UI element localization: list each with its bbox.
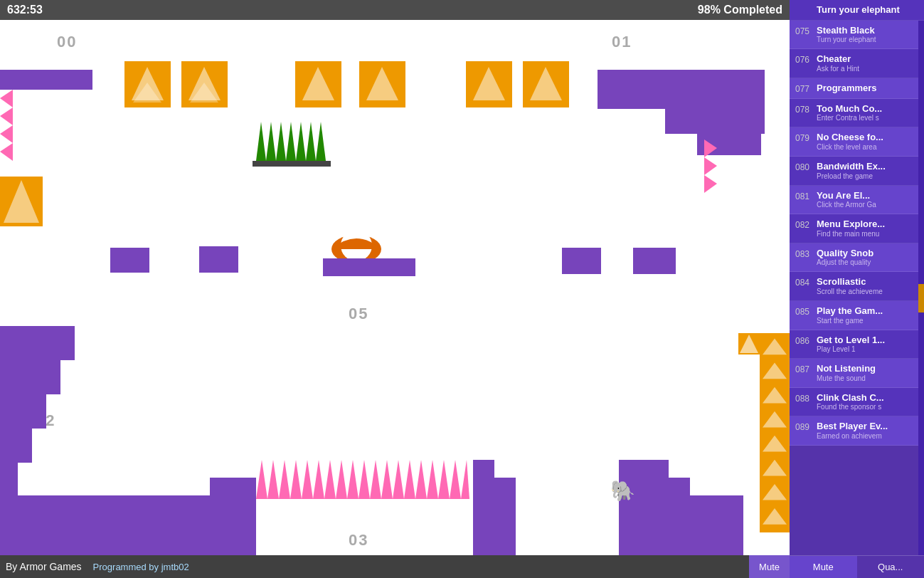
purple-block bbox=[665, 109, 765, 134]
panel-quality-label[interactable]: Qua... bbox=[857, 556, 925, 578]
svg-rect-13 bbox=[253, 161, 331, 167]
achievement-content: ScrolliasticScroll the achieveme bbox=[817, 276, 918, 296]
orange-tile bbox=[466, 61, 512, 107]
achievement-item[interactable]: 077Programmers bbox=[790, 78, 924, 99]
side-panel: Turn your elephant 075Stealth BlackTurn … bbox=[790, 0, 924, 578]
svg-marker-42 bbox=[427, 460, 438, 499]
achievement-desc: Start the game bbox=[817, 317, 918, 325]
achievement-item[interactable]: 084ScrolliasticScroll the achieveme bbox=[790, 272, 924, 301]
achievement-desc: Click the Armor Ga bbox=[817, 201, 918, 209]
achievement-item[interactable]: 087Not ListeningMute the sound bbox=[790, 359, 924, 388]
achievement-content: Menu Explore...Find the main menu bbox=[817, 219, 918, 238]
elephant: 🐘 bbox=[610, 479, 635, 503]
svg-marker-32 bbox=[313, 460, 324, 499]
achievement-title: Too Much Co... bbox=[817, 103, 918, 115]
game-canvas[interactable]: 00 01 02 03 04 05 bbox=[0, 20, 790, 555]
achievement-desc: Mute the sound bbox=[817, 374, 918, 383]
achievement-title: Turn your elephant bbox=[817, 4, 918, 16]
svg-marker-23 bbox=[704, 175, 717, 193]
achievement-item[interactable]: 089Best Player Ev...Earned on achievem bbox=[790, 416, 924, 446]
purple-block bbox=[0, 70, 92, 90]
panel-mute-label[interactable]: Mute bbox=[790, 556, 857, 578]
purple-platform-center bbox=[323, 258, 415, 276]
purple-bottom-mid1 bbox=[473, 460, 494, 555]
achievement-content: Clink Clash C...Found the sponsor s bbox=[817, 392, 918, 412]
achievement-num: 083 bbox=[795, 248, 817, 259]
achievement-item[interactable]: 086Get to Level 1...Play Level 1 bbox=[790, 330, 924, 359]
svg-marker-18 bbox=[296, 122, 306, 161]
achievement-item[interactable]: 079No Cheese fo...Click the level area bbox=[790, 127, 924, 157]
purple-bottom-r3 bbox=[662, 478, 690, 555]
achievement-num: 086 bbox=[795, 335, 817, 346]
achievement-desc: Ask for a Hint bbox=[817, 65, 918, 73]
purple-stair-l4 bbox=[0, 429, 32, 463]
achievement-item[interactable]: 080Bandwidth Ex...Preload the game bbox=[790, 157, 924, 186]
achievement-desc: Click the level area bbox=[817, 143, 918, 152]
achievement-num: 078 bbox=[795, 103, 817, 115]
svg-marker-11 bbox=[0, 125, 13, 143]
achievement-title: Scrolliastic bbox=[817, 276, 918, 288]
svg-marker-37 bbox=[370, 460, 381, 499]
svg-marker-28 bbox=[267, 460, 279, 499]
achievement-content: No Cheese fo...Click the level area bbox=[817, 132, 918, 152]
achievement-title: Best Player Ev... bbox=[817, 421, 918, 432]
svg-marker-55 bbox=[740, 335, 758, 353]
svg-marker-39 bbox=[393, 460, 404, 499]
achievement-desc: Earned on achievem bbox=[817, 432, 918, 441]
achievement-num: 076 bbox=[795, 53, 817, 65]
orange-tile bbox=[359, 61, 405, 107]
achievement-item[interactable]: 075Stealth BlackTurn your elephant bbox=[790, 21, 924, 50]
purple-block-float3 bbox=[562, 248, 601, 274]
achievement-num: 077 bbox=[795, 83, 817, 94]
achievements-list[interactable]: 075Stealth BlackTurn your elephant076Che… bbox=[790, 21, 924, 555]
purple-block bbox=[598, 70, 765, 109]
svg-marker-5 bbox=[366, 67, 398, 100]
achievement-title: Bandwidth Ex... bbox=[817, 161, 918, 172]
completion-label: 98% Completed bbox=[698, 4, 782, 16]
achievement-content: Turn your elephant bbox=[817, 4, 918, 16]
achievement-content: Stealth BlackTurn your elephant bbox=[817, 25, 918, 45]
achievement-item-top: Turn your elephant bbox=[790, 0, 924, 21]
achievement-desc: Turn your elephant bbox=[817, 36, 918, 44]
achievement-item[interactable]: 081You Are El...Click the Armor Ga bbox=[790, 186, 924, 215]
svg-marker-21 bbox=[704, 140, 717, 157]
achievement-item[interactable]: 088Clink Clash C...Found the sponsor s bbox=[790, 388, 924, 417]
purple-bottom-l3 bbox=[210, 478, 256, 515]
svg-marker-43 bbox=[438, 460, 450, 499]
achievement-title: Not Listening bbox=[817, 363, 918, 374]
achievement-content: Programmers bbox=[817, 83, 918, 94]
achievement-num: 081 bbox=[795, 190, 817, 201]
panel-bottom-bar: Mute Qua... bbox=[790, 555, 924, 578]
svg-marker-45 bbox=[461, 460, 469, 499]
achievement-item[interactable]: 076CheaterAsk for a Hint bbox=[790, 49, 924, 78]
achievement-title: Get to Level 1... bbox=[817, 335, 918, 346]
purple-block-float1 bbox=[110, 248, 149, 273]
achievement-desc: Find the main menu bbox=[817, 230, 918, 238]
svg-marker-9 bbox=[0, 90, 13, 107]
timer: 632:53 bbox=[7, 4, 43, 16]
purple-bottom-r4 bbox=[690, 495, 743, 555]
achievement-title: Menu Explore... bbox=[817, 219, 918, 230]
achievement-desc: Scroll the achieveme bbox=[817, 288, 918, 296]
achievement-desc: Enter Contra level s bbox=[817, 114, 918, 122]
achievement-content: CheaterAsk for a Hint bbox=[817, 53, 918, 73]
achievement-title: Quality Snob bbox=[817, 248, 918, 259]
svg-marker-29 bbox=[279, 460, 290, 499]
achievement-item[interactable]: 083Quality SnobAdjust the quality bbox=[790, 243, 924, 273]
svg-marker-15 bbox=[266, 122, 276, 161]
scrollbar-track[interactable] bbox=[918, 21, 924, 555]
achievement-item[interactable]: 078Too Much Co...Enter Contra level s bbox=[790, 99, 924, 128]
achievement-item[interactable]: 085Play the Gam...Start the game bbox=[790, 301, 924, 330]
purple-stair-l1 bbox=[0, 326, 75, 360]
svg-marker-35 bbox=[347, 460, 359, 499]
orange-tile-corner bbox=[738, 333, 760, 354]
svg-marker-6 bbox=[473, 67, 505, 100]
achievement-content: Play the Gam...Start the game bbox=[817, 305, 918, 325]
achievement-num: 075 bbox=[795, 25, 817, 36]
zone-label-01: 01 bbox=[612, 33, 632, 51]
purple-stair-l2 bbox=[0, 360, 60, 394]
zone-label-03: 03 bbox=[349, 531, 368, 550]
scrollbar-thumb[interactable] bbox=[918, 284, 924, 312]
mute-button[interactable]: Mute bbox=[749, 555, 790, 578]
achievement-item[interactable]: 082Menu Explore...Find the main menu bbox=[790, 214, 924, 243]
